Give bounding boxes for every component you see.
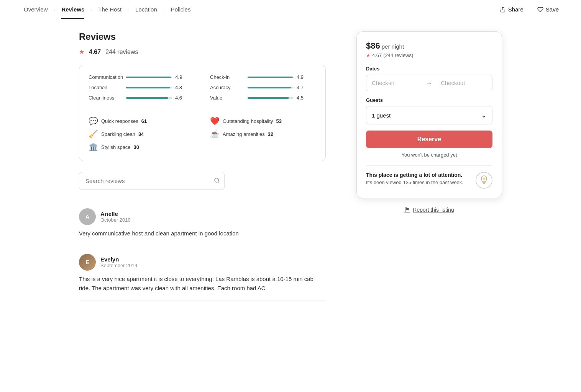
nav-actions: Share Save [496,3,563,16]
highlight-count: 53 [276,118,282,124]
reviewer-name: Evelyn [100,256,137,263]
search-input[interactable] [79,172,225,190]
highlight-item: ❤️ Outstanding hospitality 53 [210,116,316,126]
highlights-col-right: ❤️ Outstanding hospitality 53 ☕ Amazing … [210,116,316,152]
highlight-emoji: 🏛️ [89,142,98,152]
rating-value: 4.9 [175,74,186,80]
nav-links: Overview · Reviews · The Host · Location… [18,0,196,19]
svg-point-7 [483,178,485,180]
card-reviews-count: (244 reviews) [383,52,413,58]
save-button[interactable]: Save [533,3,563,16]
highlight-label: Amazing amenities [223,131,265,137]
rating-bar [248,87,291,88]
highlight-count: 34 [138,131,144,137]
guests-label: Guests [366,97,492,103]
rating-bar [126,77,171,78]
svg-rect-6 [483,183,485,184]
review-text: Very communicative host and clean apartm… [79,229,326,238]
rating-bar-wrap [248,77,294,78]
main-layout: Reviews ★ 4.67 244 reviews Communication… [61,19,520,313]
reserve-button[interactable]: Reserve [366,131,492,148]
rating-label: Value [210,95,245,101]
rating-bar-wrap [248,97,294,99]
rating-item: Location 4.8 [89,85,195,90]
highlight-count: 61 [141,118,147,124]
highlight-item: ☕ Amazing amenities 32 [210,129,316,139]
rating-bar [126,97,168,99]
rating-label: Location [89,85,123,90]
avatar: A [79,208,96,225]
checkout-input[interactable]: Checkout [435,75,492,91]
rating-bar-wrap [126,97,172,99]
highlight-item: 🧹 Sparkling clean 34 [89,129,195,139]
rating-label: Check-in [210,74,245,80]
guests-value: 1 guest [372,112,481,119]
highlight-item: 🏛️ Stylish space 30 [89,142,195,152]
rating-bar [126,87,170,88]
nav-the-host[interactable]: The Host [93,0,127,19]
rating-item: Accuracy 4.7 [210,85,316,90]
rating-bar [248,77,293,78]
checkin-input[interactable]: Check-in [366,75,423,91]
rating-value: 4.6 [175,95,186,101]
guests-selector[interactable]: 1 guest ⌄ [366,106,492,124]
highlight-label: Outstanding hospitality [223,118,273,124]
price-row: $86 per night [366,41,492,51]
reviewer-name: Arielle [100,211,131,217]
card-star-icon: ★ [366,52,371,58]
svg-rect-5 [483,182,486,183]
dates-label: Dates [366,66,492,72]
nav-overview[interactable]: Overview [18,0,53,19]
highlights-grid: 💬 Quick responses 61 🧹 Sparkling clean 3… [89,116,316,152]
attention-box: This place is getting a lot of attention… [366,165,492,189]
nav-reviews[interactable]: Reviews [56,0,90,19]
reviews-list: A Arielle October 2019 Very communicativ… [79,201,326,301]
nav-location[interactable]: Location [130,0,162,19]
rating-item: Check-in 4.9 [210,74,316,80]
svg-line-9 [486,176,487,177]
rating-bar-wrap [126,87,172,88]
search-wrap [79,172,326,190]
lightbulb-icon [476,172,492,189]
ratings-box: Communication 4.9 Check-in 4.9 Location … [79,65,326,161]
attention-subtitle: It's been viewed 135 times in the past w… [366,180,471,185]
rating-label: Accuracy [210,85,245,90]
flag-icon: ⚑ [404,206,410,213]
card-rating: 4.67 [372,52,382,58]
rating-item: Communication 4.9 [89,74,195,80]
top-navigation: Overview · Reviews · The Host · Location… [0,0,581,19]
rating-bar-wrap [126,77,172,78]
star-icon: ★ [79,48,84,56]
highlights-col-left: 💬 Quick responses 61 🧹 Sparkling clean 3… [89,116,195,152]
review-item: E Evelyn September 2019 This is a very n… [79,246,326,301]
left-column: Reviews ★ 4.67 244 reviews Communication… [79,31,326,301]
report-listing-button[interactable]: ⚑ Report this listing [356,206,502,213]
attention-title: This place is getting a lot of attention… [366,172,471,178]
highlight-item: 💬 Quick responses 61 [89,116,195,126]
reviews-summary: ★ 4.67 244 reviews [79,48,326,56]
heart-icon [537,7,543,13]
rating-label: Cleanliness [89,95,123,101]
rating-bar [248,97,289,99]
share-button[interactable]: Share [496,3,527,16]
dates-input-group[interactable]: Check-in → Checkout [366,75,492,91]
price-per-night: per night [382,43,404,50]
rating-label: Communication [89,74,123,80]
review-header: A Arielle October 2019 [79,208,326,225]
svg-line-10 [482,176,483,177]
rating-value: 4.9 [297,74,307,80]
ratings-grid: Communication 4.9 Check-in 4.9 Location … [89,74,316,101]
nav-policies[interactable]: Policies [166,0,196,19]
reviews-title: Reviews [79,31,326,42]
highlight-emoji: ❤️ [210,116,220,126]
rating-item: Value 4.5 [210,95,316,101]
no-charge-text: You won't be charged yet [366,152,492,158]
review-item: A Arielle October 2019 Very communicativ… [79,201,326,246]
rating-value: 4.7 [297,85,307,90]
highlight-emoji: 💬 [89,116,98,126]
rating-item: Cleanliness 4.6 [89,95,195,101]
card-rating-row: ★ 4.67 (244 reviews) [366,52,492,58]
highlight-label: Sparkling clean [101,131,135,137]
overall-rating: 4.67 [89,49,101,56]
reviewer-date: October 2019 [100,217,131,223]
